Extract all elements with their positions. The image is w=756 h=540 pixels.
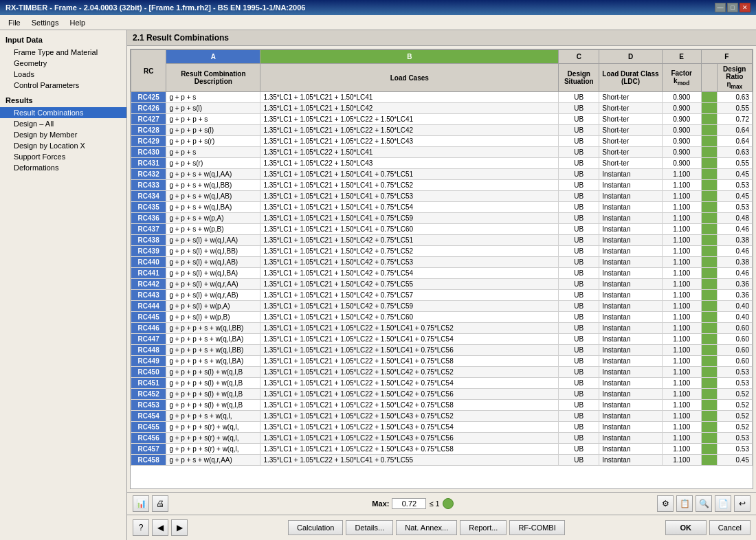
results-table-container[interactable]: RC A B C D E F Result Combination Descri… <box>130 49 753 489</box>
rc-cell[interactable]: RC451 <box>131 378 166 389</box>
rc-cell[interactable]: RC457 <box>131 444 166 455</box>
desc-cell: g + p + p + s(l) + w(q,l,B <box>166 378 260 389</box>
print-icon-btn[interactable]: 🖨 <box>152 495 168 512</box>
sit-cell: UB <box>559 180 599 191</box>
menu-file[interactable]: File <box>3 17 26 28</box>
help-icon-btn[interactable]: ? <box>133 519 149 536</box>
rc-cell[interactable]: RC431 <box>131 158 166 169</box>
rc-cell[interactable]: RC453 <box>131 400 166 411</box>
rc-cell[interactable]: RC439 <box>131 246 166 257</box>
ldc-cell: Instantan <box>599 389 662 400</box>
settings1-icon-btn[interactable]: ⚙ <box>657 495 674 512</box>
green-cell <box>701 400 717 411</box>
settings4-icon-btn[interactable]: 📄 <box>715 495 731 512</box>
rc-cell[interactable]: RC456 <box>131 433 166 444</box>
close-button[interactable]: ✕ <box>740 3 751 12</box>
rc-cell[interactable]: RC454 <box>131 411 166 422</box>
rc-cell[interactable]: RC441 <box>131 268 166 279</box>
maximize-button[interactable]: □ <box>727 3 738 12</box>
rc-cell[interactable]: RC450 <box>131 367 166 378</box>
design-cell: 0.64 <box>717 125 752 136</box>
header-rc: RC <box>131 50 166 92</box>
sit-cell: UB <box>559 125 599 136</box>
details-button[interactable]: Details... <box>346 520 393 535</box>
sidebar-item-loads[interactable]: Loads <box>0 69 126 80</box>
rc-cell[interactable]: RC440 <box>131 257 166 268</box>
sidebar-item-result-combinations[interactable]: Result Combinations <box>0 107 126 118</box>
forward-icon-btn[interactable]: ▶ <box>171 519 188 536</box>
sit-cell: UB <box>559 356 599 367</box>
desc-cell: g + p + s + w(p,B) <box>166 224 260 235</box>
rc-cell[interactable]: RC427 <box>131 114 166 125</box>
table-row: RC429 g + p + p + s(r) 1.35*LC1 + 1.05*L… <box>131 136 753 147</box>
rc-cell[interactable]: RC434 <box>131 191 166 202</box>
settings3-icon-btn[interactable]: 🔍 <box>696 495 712 512</box>
nat-annex-button[interactable]: Nat. Annex... <box>396 520 457 535</box>
design-cell: 0.55 <box>717 103 752 114</box>
rc-cell[interactable]: RC432 <box>131 169 166 180</box>
green-cell <box>701 334 717 345</box>
desc-cell: g + p + s(l) + w(q,r,AB) <box>166 290 260 301</box>
settings2-icon-btn[interactable]: 📋 <box>676 495 693 512</box>
rc-cell[interactable]: RC446 <box>131 323 166 334</box>
green-cell <box>701 268 717 279</box>
rc-cell[interactable]: RC437 <box>131 224 166 235</box>
rc-cell[interactable]: RC445 <box>131 312 166 323</box>
sit-cell: UB <box>559 455 599 466</box>
rc-cell[interactable]: RC436 <box>131 213 166 224</box>
factor-cell: 1.100 <box>662 389 701 400</box>
rc-cell[interactable]: RC430 <box>131 147 166 158</box>
rc-cell[interactable]: RC449 <box>131 356 166 367</box>
settings5-icon-btn[interactable]: ↩ <box>734 495 751 512</box>
rc-cell[interactable]: RC447 <box>131 334 166 345</box>
sidebar-item-design-all[interactable]: Design – All <box>0 118 126 129</box>
report-button[interactable]: Report... <box>460 520 507 535</box>
rc-cell[interactable]: RC455 <box>131 422 166 433</box>
sidebar-item-design-by-location[interactable]: Design by Location X <box>0 140 126 151</box>
rc-cell[interactable]: RC458 <box>131 455 166 466</box>
footer: ? ◀ ▶ Calculation Details... Nat. Annex.… <box>127 515 756 540</box>
rc-cell[interactable]: RC452 <box>131 389 166 400</box>
green-cell <box>701 290 717 301</box>
rc-cell[interactable]: RC435 <box>131 202 166 213</box>
ldc-cell: Instantan <box>599 323 662 334</box>
ok-button[interactable]: OK <box>665 520 707 535</box>
rc-cell[interactable]: RC444 <box>131 301 166 312</box>
column-header-row2: Result Combination Description Load Case… <box>131 64 753 92</box>
table-row: RC437 g + p + s + w(p,B) 1.35*LC1 + 1.05… <box>131 224 753 235</box>
rc-cell[interactable]: RC425 <box>131 92 166 103</box>
sidebar-item-geometry[interactable]: Geometry <box>0 58 126 69</box>
ldc-cell: Instantan <box>599 235 662 246</box>
sidebar-item-frame-type[interactable]: Frame Type and Material <box>0 47 126 58</box>
desc-cell: g + p + s + w(q,l,BA) <box>166 202 260 213</box>
minimize-button[interactable]: — <box>715 3 726 12</box>
rc-cell[interactable]: RC442 <box>131 279 166 290</box>
footer-right: OK Cancel <box>665 520 751 535</box>
design-cell: 0.52 <box>717 422 752 433</box>
sidebar-item-support-forces[interactable]: Support Forces <box>0 151 126 162</box>
menu-settings[interactable]: Settings <box>26 17 65 28</box>
table-row: RC441 g + p + s(l) + w(q,l,BA) 1.35*LC1 … <box>131 268 753 279</box>
design-cell: 0.53 <box>717 180 752 191</box>
design-cell: 0.52 <box>717 389 752 400</box>
rc-cell[interactable]: RC429 <box>131 136 166 147</box>
design-cell: 0.60 <box>717 356 752 367</box>
back-icon-btn[interactable]: ◀ <box>152 519 168 536</box>
rc-cell[interactable]: RC433 <box>131 180 166 191</box>
sidebar-item-control-parameters[interactable]: Control Parameters <box>0 80 126 91</box>
sidebar-item-deformations[interactable]: Deformations <box>0 162 126 173</box>
lc-cell: 1.35*LC1 + 1.05*LC21 + 1.50*LC41 + 0.75*… <box>260 224 559 235</box>
export-icon-btn[interactable]: 📊 <box>133 495 149 512</box>
sit-cell: UB <box>559 92 599 103</box>
rc-cell[interactable]: RC426 <box>131 103 166 114</box>
calculation-button[interactable]: Calculation <box>288 520 343 535</box>
rf-combi-button[interactable]: RF-COMBI <box>509 520 564 535</box>
factor-cell: 1.100 <box>662 268 701 279</box>
rc-cell[interactable]: RC448 <box>131 345 166 356</box>
rc-cell[interactable]: RC438 <box>131 235 166 246</box>
sidebar-item-design-by-member[interactable]: Design by Member <box>0 129 126 140</box>
rc-cell[interactable]: RC428 <box>131 125 166 136</box>
rc-cell[interactable]: RC443 <box>131 290 166 301</box>
cancel-button[interactable]: Cancel <box>709 520 751 535</box>
menu-help[interactable]: Help <box>64 17 91 28</box>
